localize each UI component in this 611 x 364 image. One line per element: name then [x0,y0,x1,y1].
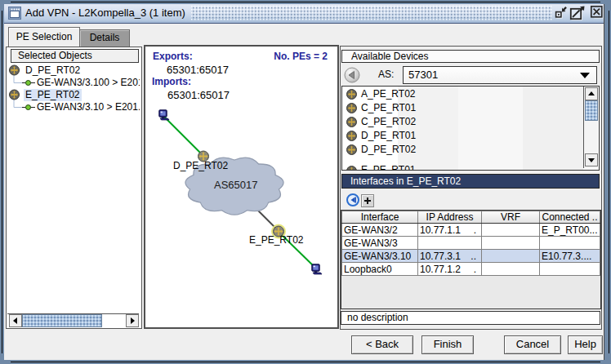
svg-text:AS65017: AS65017 [214,179,258,191]
svg-text:E_PE_RT02: E_PE_RT02 [249,234,304,246]
svg-text:D_PE_RT02: D_PE_RT02 [173,160,228,171]
